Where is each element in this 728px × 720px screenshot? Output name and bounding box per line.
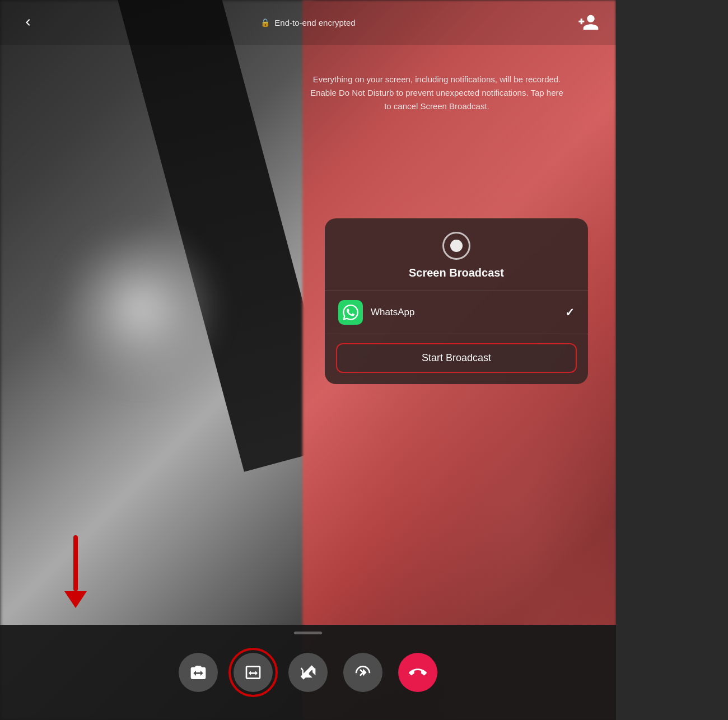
record-dot-icon (450, 240, 463, 252)
popup-divider-bottom (325, 334, 588, 334)
add-user-icon (577, 11, 599, 34)
whatsapp-logo-icon (343, 305, 358, 320)
whatsapp-row[interactable]: WhatsApp ✓ (336, 293, 577, 331)
add-user-button[interactable] (577, 11, 599, 34)
popup-header: Screen Broadcast (336, 232, 577, 279)
arrow-head (64, 591, 87, 608)
header-bar: 🔒 End-to-end encrypted (0, 0, 616, 45)
lock-icon: 🔒 (260, 18, 270, 27)
video-button[interactable] (288, 653, 328, 692)
back-icon (21, 16, 35, 29)
end-call-icon (409, 663, 427, 681)
arrow-annotation (64, 535, 87, 608)
popup-card: Screen Broadcast WhatsApp ✓ Start Broadc… (325, 218, 588, 384)
header-title: End-to-end encrypted (274, 18, 355, 27)
background-diagonal (0, 0, 314, 720)
whatsapp-icon (338, 300, 363, 325)
header-center: 🔒 End-to-end encrypted (260, 18, 355, 27)
popup-title: Screen Broadcast (409, 267, 504, 279)
end-call-button[interactable] (398, 653, 437, 692)
audio-button[interactable] (343, 653, 382, 692)
popup-divider-top (325, 291, 588, 291)
checkmark-icon: ✓ (565, 306, 575, 319)
arrow-shaft (73, 535, 78, 591)
back-button[interactable] (17, 11, 39, 34)
flip-camera-icon (189, 663, 207, 681)
record-icon-wrapper (442, 232, 470, 260)
toolbar-handle (294, 632, 322, 634)
video-off-icon (299, 663, 317, 681)
flip-camera-button[interactable] (179, 653, 218, 692)
right-panel (616, 0, 728, 720)
audio-bluetooth-icon (354, 663, 372, 681)
screen-share-icon (244, 663, 262, 681)
bottom-toolbar (0, 625, 616, 720)
screen-share-button[interactable] (234, 653, 273, 692)
start-broadcast-button[interactable]: Start Broadcast (336, 343, 577, 373)
notification-text[interactable]: Everything on your screen, including not… (308, 73, 566, 113)
whatsapp-label: WhatsApp (371, 307, 557, 318)
